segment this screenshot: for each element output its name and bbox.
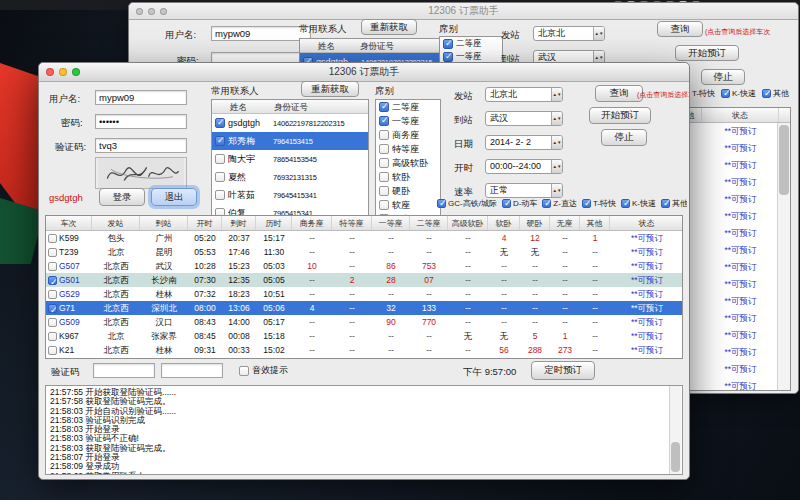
username-input[interactable] xyxy=(95,90,187,105)
train-row[interactable]: K967北京张家界08:4500:0815:18--------无无51--**… xyxy=(46,329,682,343)
close-button[interactable] xyxy=(136,8,143,15)
speed-dropdown[interactable]: 正常▲▼ xyxy=(485,183,563,198)
checkbox[interactable] xyxy=(215,172,225,182)
checkbox[interactable] xyxy=(379,102,389,112)
stepper-icon[interactable]: ▲▼ xyxy=(551,136,562,149)
seat-option[interactable]: 软卧 xyxy=(376,170,440,184)
checkbox[interactable] xyxy=(379,200,389,210)
checkbox[interactable] xyxy=(379,130,389,140)
train-row[interactable]: G507北京西武汉10:2815:2305:0310--86753-------… xyxy=(46,259,682,273)
train-row[interactable]: G501北京西长沙南07:3012:3505:05--22807--------… xyxy=(46,273,682,287)
train-row[interactable]: G529北京西桂林07:3218:2310:51----------------… xyxy=(46,287,682,301)
column-header[interactable]: 车次 xyxy=(46,216,92,230)
to-station-dropdown[interactable]: 武汉▲▼ xyxy=(485,111,563,126)
train-row[interactable]: K599包头广州05:2020:3715:17----------412--1*… xyxy=(46,231,682,245)
checkbox[interactable] xyxy=(379,172,389,182)
checkbox[interactable] xyxy=(661,199,670,208)
zoom-button[interactable] xyxy=(72,68,80,76)
checkbox[interactable] xyxy=(48,318,57,327)
from-station-dropdown[interactable]: 北京北▲▼ xyxy=(485,87,563,102)
refresh-contacts-button[interactable]: 重新获取 xyxy=(301,81,359,97)
train-type-checkbox[interactable]: K-快速 xyxy=(721,88,756,99)
checkbox[interactable] xyxy=(48,332,57,341)
contact-row[interactable]: 郑秀梅7964153415 xyxy=(212,132,368,150)
from-station-dropdown[interactable]: 北京北▲▼ xyxy=(533,26,605,41)
checkbox[interactable] xyxy=(582,199,591,208)
query-button[interactable]: 查询 xyxy=(657,21,703,37)
column-header[interactable]: 开时 xyxy=(188,216,222,230)
checkbox[interactable] xyxy=(215,190,225,200)
query-button[interactable]: 查询 xyxy=(595,85,643,102)
checkbox[interactable] xyxy=(215,154,225,164)
seat-option[interactable]: 高级软卧 xyxy=(376,156,440,170)
close-button[interactable] xyxy=(46,68,54,76)
logout-button[interactable]: 退出 xyxy=(151,188,197,206)
column-header[interactable]: 商务座 xyxy=(292,216,332,230)
main-window[interactable]: 12306 订票助手 用户名: 密码: 验证码: gsdgtgh 登录 退出 常… xyxy=(38,62,690,480)
column-header[interactable]: 软卧 xyxy=(488,216,520,230)
checkbox[interactable] xyxy=(379,186,389,196)
train-row[interactable]: G509北京西汉口08:4314:0005:17----90770-------… xyxy=(46,315,682,329)
minimize-button[interactable] xyxy=(59,68,67,76)
refresh-contacts-button[interactable]: 重新获取 xyxy=(361,19,417,35)
start-booking-button[interactable]: 开始预订 xyxy=(675,45,739,61)
checkbox[interactable] xyxy=(215,118,225,128)
column-header[interactable]: 二等座 xyxy=(410,216,448,230)
checkbox[interactable] xyxy=(48,262,57,271)
checkbox[interactable] xyxy=(502,199,511,208)
checkbox[interactable] xyxy=(379,116,389,126)
vertical-scrollbar[interactable] xyxy=(777,123,790,390)
train-type-checkbox[interactable]: 其他 xyxy=(762,88,789,99)
column-header[interactable]: 历时 xyxy=(256,216,292,230)
timer-booking-button[interactable]: 定时预订 xyxy=(531,361,595,380)
scrollbar-thumb[interactable] xyxy=(779,125,789,195)
train-type-checkbox[interactable]: T-特快 xyxy=(582,198,616,209)
checkbox[interactable] xyxy=(379,158,389,168)
username-input[interactable] xyxy=(211,26,311,41)
captcha-input-2[interactable] xyxy=(161,363,223,378)
seat-option[interactable]: 二等座 xyxy=(376,100,440,114)
seat-option[interactable]: 软座 xyxy=(376,198,440,212)
checkbox[interactable] xyxy=(542,199,551,208)
seat-option[interactable]: 商务座 xyxy=(376,128,440,142)
column-header[interactable]: 到站 xyxy=(140,216,188,230)
checkbox[interactable] xyxy=(762,89,771,98)
contact-row[interactable]: gsdgtgh140622197812202315 xyxy=(212,114,368,132)
train-row[interactable]: T239北京昆明05:5317:4611:30----------无无----*… xyxy=(46,245,682,259)
checkbox[interactable] xyxy=(48,290,57,299)
login-button[interactable]: 登录 xyxy=(99,188,145,206)
checkbox[interactable] xyxy=(621,199,630,208)
column-header[interactable]: 硬卧 xyxy=(520,216,550,230)
checkbox[interactable] xyxy=(443,52,453,62)
column-header[interactable]: 无座 xyxy=(550,216,580,230)
checkbox[interactable] xyxy=(437,199,446,208)
column-header[interactable]: 状态 xyxy=(702,108,779,122)
column-header[interactable]: 发站 xyxy=(92,216,140,230)
seat-option[interactable]: 硬卧 xyxy=(376,184,440,198)
train-type-checkbox[interactable]: GC-高铁/城际 xyxy=(437,198,497,209)
contact-row[interactable]: 陶大宇78654153545 xyxy=(212,150,368,168)
column-header[interactable]: 特等座 xyxy=(332,216,372,230)
scrollbar-thumb[interactable] xyxy=(671,442,680,472)
train-type-checkbox[interactable]: 其他 xyxy=(661,198,687,209)
sound-toggle[interactable]: 音效提示 xyxy=(239,364,288,377)
train-row[interactable]: K21北京西桂林09:3100:3315:02----------5628827… xyxy=(46,343,682,357)
checkbox[interactable] xyxy=(48,304,57,313)
date-stepper[interactable]: 2014- 2- 2▲▼ xyxy=(485,135,563,150)
column-header[interactable]: 状态 xyxy=(610,216,683,230)
minimize-button[interactable] xyxy=(148,8,155,15)
column-header[interactable]: 高级软卧 xyxy=(448,216,488,230)
checkbox[interactable] xyxy=(239,366,249,376)
titlebar[interactable]: 12306 订票助手 xyxy=(129,3,798,20)
checkbox[interactable] xyxy=(48,248,57,257)
seat-option[interactable]: 二等座 xyxy=(440,37,502,50)
stop-button[interactable]: 停止 xyxy=(701,69,745,85)
checkbox[interactable] xyxy=(721,89,730,98)
train-type-checkbox[interactable]: Z-直达 xyxy=(542,198,577,209)
captcha-input[interactable] xyxy=(95,138,187,153)
checkbox[interactable] xyxy=(48,234,57,243)
zoom-button[interactable] xyxy=(160,8,167,15)
checkbox[interactable] xyxy=(48,346,57,355)
contact-row[interactable]: 叶茗茹79645415341 xyxy=(212,186,368,204)
captcha-image[interactable] xyxy=(95,157,187,189)
